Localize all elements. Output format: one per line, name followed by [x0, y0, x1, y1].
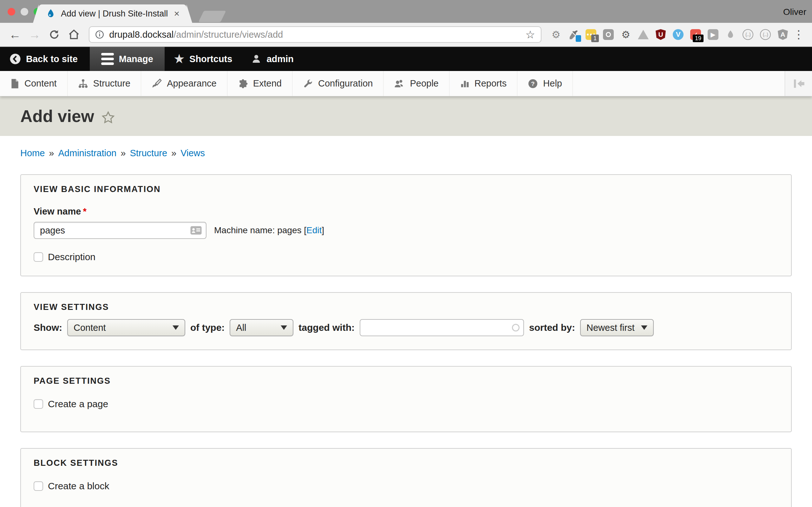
manage-tab[interactable]: Manage: [90, 47, 165, 71]
forward-icon: →: [27, 27, 42, 42]
admin-menu-bar: Content Structure Appearance Extend Conf…: [0, 71, 812, 96]
menu-spacer: [573, 71, 785, 96]
description-label: Description: [48, 251, 96, 262]
fieldset-view-settings: VIEW SETTINGS Show: Content of type: All…: [20, 292, 792, 350]
url-host: drupal8.docksal: [109, 30, 173, 40]
url-bar[interactable]: drupal8.docksal/admin/structure/views/ad…: [89, 26, 542, 43]
chevron-down-icon: [281, 326, 287, 330]
main-content: Home » Administration » Structure » View…: [0, 136, 812, 507]
back-to-site-label: Back to site: [26, 54, 78, 64]
sorted-by-select[interactable]: Newest first: [580, 319, 654, 336]
of-type-label: of type:: [190, 322, 224, 333]
menu-item-people[interactable]: People: [384, 71, 449, 96]
reports-chart-icon: [460, 79, 469, 89]
url-path: /admin/structure/views/add: [173, 30, 283, 40]
admin-toolbar: Back to site Manage ★ Shortcuts admin: [0, 47, 812, 71]
extension-toolbar: ⚙ 1 ⚙ U V ✓ 19 ▶ {...} {...} A: [550, 29, 789, 40]
structure-sitemap-icon: [78, 78, 88, 89]
machine-name-edit-link[interactable]: Edit: [306, 225, 322, 235]
braces-extension-icon[interactable]: {...}: [742, 29, 754, 40]
fieldset-legend: VIEW BASIC INFORMATION: [34, 184, 778, 194]
menu-item-label: Configuration: [318, 78, 373, 89]
drupal-extension-icon[interactable]: [725, 29, 736, 40]
sorted-by-select-value: Newest first: [587, 323, 635, 333]
breadcrumb-home[interactable]: Home: [20, 148, 45, 158]
play-extension-icon[interactable]: ▶: [707, 29, 719, 40]
bookmark-star-icon[interactable]: ☆: [525, 29, 535, 40]
browser-tab[interactable]: Add view | Drush Site-Install ×: [39, 4, 187, 23]
ublock-extension-icon[interactable]: U: [655, 29, 666, 40]
create-page-checkbox[interactable]: [34, 399, 43, 409]
dark-gear-extension-icon[interactable]: ⚙: [620, 29, 631, 40]
menu-item-label: Content: [24, 78, 57, 89]
add-shortcut-star-icon[interactable]: [101, 111, 115, 124]
yellow-notes-extension-icon[interactable]: 1: [585, 29, 597, 40]
toolbar-collapse-button[interactable]: [785, 71, 812, 96]
eyedropper-extension-icon[interactable]: [568, 29, 579, 40]
autocomplete-throbber-icon: [512, 324, 519, 331]
menu-item-extend[interactable]: Extend: [227, 71, 293, 96]
menu-item-label: Structure: [93, 78, 131, 89]
breadcrumb-views[interactable]: Views: [181, 148, 205, 158]
breadcrumb-separator: »: [171, 148, 176, 158]
fieldset-legend: BLOCK SETTINGS: [34, 458, 778, 468]
content-file-icon: [10, 78, 19, 89]
breadcrumb: Home » Administration » Structure » View…: [20, 136, 792, 158]
menu-item-structure[interactable]: Structure: [67, 71, 142, 96]
home-icon[interactable]: [67, 27, 81, 42]
create-block-label: Create a block: [48, 481, 109, 492]
camera-extension-icon[interactable]: [603, 29, 614, 40]
new-tab-button[interactable]: [198, 11, 226, 22]
admin-user-tab[interactable]: admin: [242, 47, 303, 71]
menu-item-help[interactable]: ? Help: [517, 71, 573, 96]
shortcuts-tab[interactable]: ★ Shortcuts: [165, 47, 242, 71]
menu-item-label: People: [410, 78, 438, 89]
fieldset-legend: PAGE SETTINGS: [34, 376, 778, 386]
tab-close-icon[interactable]: ×: [174, 9, 180, 18]
manage-label: Manage: [119, 54, 153, 64]
machine-name-card-icon: [190, 226, 202, 235]
breadcrumb-structure[interactable]: Structure: [130, 148, 167, 158]
braces-extension-icon-2[interactable]: {...}: [760, 29, 771, 40]
back-to-site-button[interactable]: Back to site: [0, 47, 87, 71]
back-icon[interactable]: ←: [8, 27, 22, 42]
menu-item-label: Appearance: [167, 78, 216, 89]
hamburger-icon: [101, 53, 114, 65]
reload-icon[interactable]: [47, 27, 61, 42]
menu-item-content[interactable]: Content: [0, 71, 67, 96]
gear-extension-icon[interactable]: ⚙: [550, 29, 562, 40]
angular-extension-icon[interactable]: A: [777, 29, 789, 40]
browser-tab-strip: Add view | Drush Site-Install × Oliver: [0, 0, 812, 23]
page-title-band: Add view: [0, 96, 812, 136]
of-type-select[interactable]: All: [230, 319, 293, 336]
tab-title: Add view | Drush Site-Install: [61, 9, 168, 19]
vimeo-extension-icon[interactable]: V: [672, 29, 684, 40]
tagged-with-label: tagged with:: [299, 322, 355, 333]
menu-item-appearance[interactable]: Appearance: [141, 71, 227, 96]
machine-name-text: Machine name: pages [Edit]: [214, 225, 324, 235]
breadcrumb-separator: »: [120, 148, 125, 158]
show-select[interactable]: Content: [67, 319, 185, 336]
view-name-input[interactable]: [34, 222, 206, 239]
page-info-icon[interactable]: [95, 30, 104, 39]
menu-item-reports[interactable]: Reports: [450, 71, 518, 96]
browser-menu-icon[interactable]: ⋮: [793, 28, 804, 41]
minimize-window-button[interactable]: [20, 8, 28, 15]
chevron-down-icon: [172, 326, 179, 330]
todoist-extension-icon[interactable]: ✓ 19: [690, 29, 701, 40]
drive-triangle-extension-icon[interactable]: [638, 29, 649, 40]
create-block-checkbox[interactable]: [34, 481, 43, 491]
page-title: Add view: [20, 107, 94, 126]
browser-profile-name[interactable]: Oliver: [783, 7, 806, 17]
description-checkbox[interactable]: [34, 252, 43, 262]
menu-item-configuration[interactable]: Configuration: [293, 71, 384, 96]
eyedropper-badge: [576, 35, 581, 42]
fieldset-view-basic-information: VIEW BASIC INFORMATION View name* Machin…: [20, 174, 792, 276]
menu-item-label: Help: [543, 78, 562, 89]
tagged-with-input[interactable]: [360, 319, 524, 336]
svg-text:?: ?: [531, 80, 535, 87]
breadcrumb-administration[interactable]: Administration: [58, 148, 117, 158]
close-window-button[interactable]: [8, 8, 15, 15]
menu-item-label: Extend: [253, 78, 282, 89]
extension-badge: 19: [693, 35, 704, 42]
